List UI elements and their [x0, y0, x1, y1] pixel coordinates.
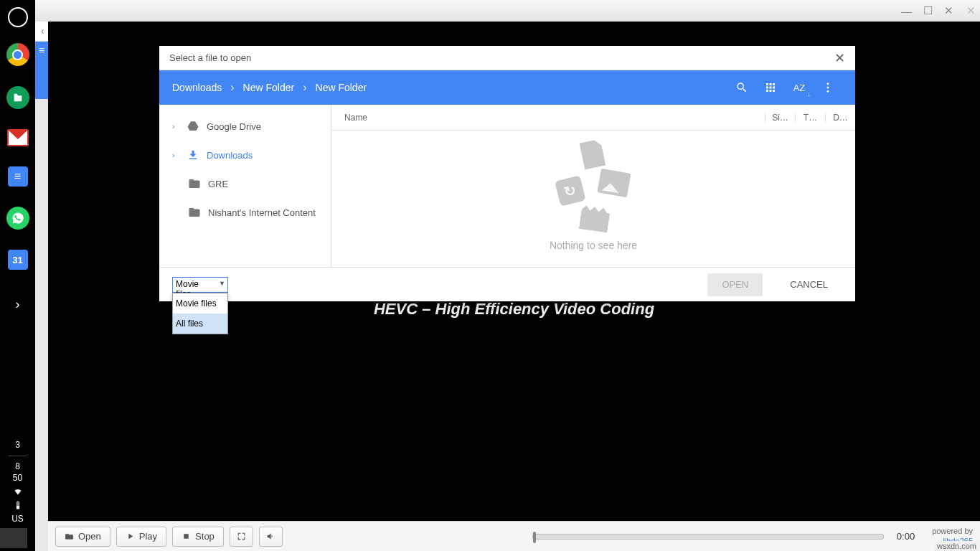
chevron-right-icon: › [172, 151, 179, 159]
status-tray[interactable]: 3 8 50 US [0, 439, 35, 551]
fullscreen-icon [237, 532, 246, 541]
shelf-expand-arrow[interactable]: › [16, 297, 20, 312]
fullscreen-button[interactable] [230, 527, 253, 547]
svg-point-2 [827, 90, 829, 93]
search-icon [735, 81, 748, 94]
sidebar-label: GRE [208, 179, 228, 189]
cancel-button[interactable]: CANCEL [776, 273, 842, 296]
launcher-button[interactable] [8, 7, 28, 27]
files-app-icon[interactable] [6, 86, 29, 109]
sidebar-label: Downloads [207, 150, 253, 161]
sidebar-label: Nishant's Internet Content [208, 207, 316, 218]
dialog-sidebar: › Google Drive › Downloads GRE Nishant's… [159, 105, 331, 267]
stop-icon [182, 532, 191, 541]
dialog-file-list: Name Si… T… D… Nothing to see here [331, 105, 855, 267]
play-icon [126, 532, 135, 541]
empty-state-graphic [550, 141, 636, 234]
empty-state: Nothing to see here [550, 141, 637, 251]
dialog-titlebar: Select a file to open ✕ [159, 46, 855, 70]
seek-bar[interactable] [532, 534, 884, 540]
wifi-icon [13, 487, 23, 497]
window-maximize-button[interactable]: ☐ [923, 4, 933, 17]
column-name[interactable]: Name [331, 113, 765, 123]
ime-indicator: US [0, 513, 35, 525]
video-codec-title: HEVC – High Efficiency Video Coding [374, 300, 654, 319]
dialog-toolbar: Downloads › New Folder › New Folder AZ↓ [159, 70, 855, 105]
file-open-dialog: Select a file to open ✕ Downloads › New … [159, 46, 855, 301]
open-file-button[interactable]: Open [55, 527, 110, 547]
svg-point-0 [827, 83, 829, 85]
breadcrumb-downloads[interactable]: Downloads [172, 82, 222, 93]
stop-button[interactable]: Stop [172, 527, 224, 547]
open-label: Open [78, 531, 101, 542]
open-button[interactable]: OPEN [707, 273, 763, 296]
sort-label: AZ [793, 83, 806, 93]
more-options-button[interactable] [814, 73, 842, 102]
volume-icon [266, 532, 275, 541]
dialog-body: › Google Drive › Downloads GRE Nishant's… [159, 105, 855, 267]
gmail-icon[interactable] [7, 129, 29, 146]
google-docs-icon[interactable] [8, 166, 28, 187]
shelf-thumbnail[interactable] [0, 528, 27, 548]
chevron-right-icon: › [172, 122, 179, 131]
folder-icon [188, 177, 201, 190]
column-date[interactable]: D… [825, 113, 855, 123]
download-icon [187, 149, 199, 161]
calendar-icon[interactable]: 31 [8, 250, 28, 270]
column-headers: Name Si… T… D… [331, 105, 855, 131]
dialog-close-button[interactable]: ✕ [834, 50, 845, 66]
folder-icon [188, 206, 201, 219]
player-controls-bar: Open Play Stop 0:00 powered by libde265 [48, 521, 980, 551]
divider [9, 456, 27, 456]
sidebar-label: Google Drive [207, 121, 261, 132]
window-close-button[interactable]: ✕ [944, 4, 953, 17]
breadcrumb-newfolder1[interactable]: New Folder [243, 82, 295, 93]
stop-label: Stop [195, 531, 215, 542]
chevron-right-icon: › [230, 81, 234, 94]
docs-sidebar-sliver [35, 42, 48, 99]
time-display: 0:00 [897, 531, 915, 542]
window-close-button-2[interactable]: ✕ [966, 4, 976, 17]
filter-option-all[interactable]: All files [173, 314, 227, 334]
window-minimize-button[interactable]: — [901, 5, 912, 17]
wsxdn-watermark: wsxdn.com [935, 541, 979, 551]
whatsapp-icon[interactable] [6, 207, 29, 230]
volume-button[interactable] [259, 527, 283, 547]
dialog-title-text: Select a file to open [169, 52, 251, 63]
clock-min: 50 [0, 472, 35, 484]
chromeos-shelf: 31 › 3 8 50 US [0, 0, 35, 551]
file-type-dropdown: Movie files All files [172, 293, 228, 334]
file-type-filter[interactable]: Movie files [172, 277, 228, 293]
sort-button[interactable]: AZ↓ [785, 73, 814, 102]
more-vert-icon [821, 81, 834, 94]
notification-count: 3 [0, 439, 35, 451]
chrome-icon[interactable] [6, 43, 29, 66]
play-label: Play [139, 531, 157, 542]
search-button[interactable] [727, 73, 756, 102]
sidebar-item-gre[interactable]: GRE [159, 169, 331, 198]
window-titlebar: — ☐ ✕ ✕ [35, 0, 980, 22]
grid-icon [764, 81, 777, 94]
chevron-right-icon: › [303, 81, 306, 94]
svg-point-1 [827, 87, 829, 89]
nav-back-icon[interactable]: ‹ [41, 25, 44, 37]
filter-option-movie[interactable]: Movie files [173, 293, 227, 314]
column-size[interactable]: Si… [765, 113, 795, 123]
column-type[interactable]: T… [795, 113, 825, 123]
breadcrumb-newfolder2[interactable]: New Folder [316, 82, 367, 93]
google-drive-icon [187, 120, 199, 133]
battery-icon [13, 500, 23, 510]
sidebar-item-nishant[interactable]: Nishant's Internet Content [159, 198, 331, 227]
empty-state-text: Nothing to see here [550, 240, 637, 251]
play-button[interactable]: Play [116, 527, 166, 547]
view-grid-button[interactable] [756, 73, 785, 102]
clock-hour: 8 [0, 461, 35, 473]
dialog-footer: Movie files OPEN CANCEL [159, 267, 855, 301]
sidebar-item-gdrive[interactable]: › Google Drive [159, 112, 331, 141]
folder-open-icon [65, 532, 74, 541]
sidebar-item-downloads[interactable]: › Downloads [159, 141, 331, 169]
